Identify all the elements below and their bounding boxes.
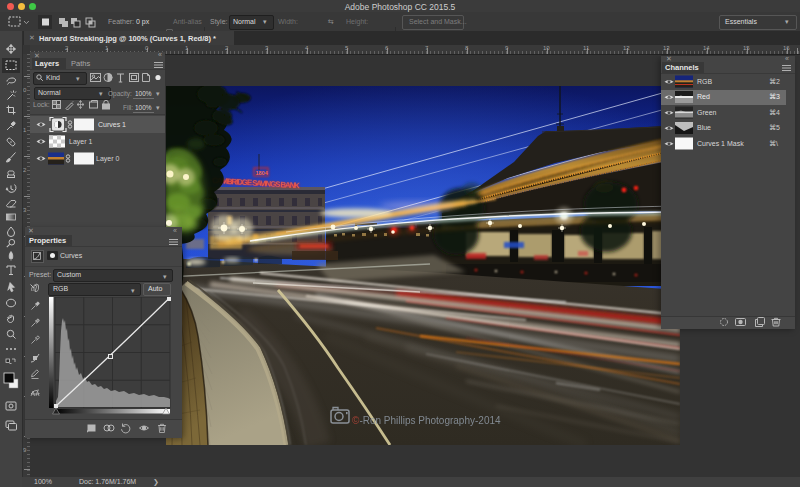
svg-text:©-Ron Phillips Photography-201: ©-Ron Phillips Photography-2014 (352, 415, 501, 426)
svg-text:1804: 1804 (256, 170, 269, 176)
